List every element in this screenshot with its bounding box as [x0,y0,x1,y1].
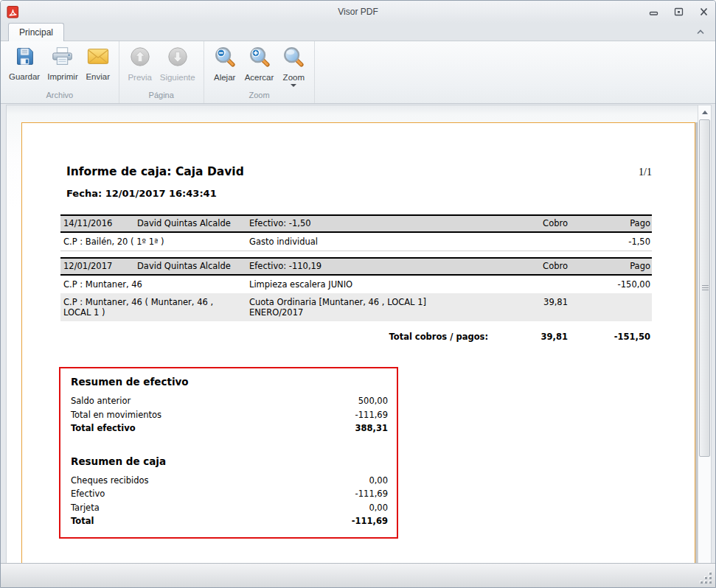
cell-cobro [501,237,568,247]
section-efectivo: Efectivo: -1,50 [249,218,501,228]
summary-row: Total -111,69 [71,514,388,528]
totals-pago: -151,50 [568,332,650,342]
window-title: Visor PDF [1,7,715,17]
zoom-out-label: Alejar [214,73,235,82]
group-label-pagina: Página [149,91,174,102]
zoom-dropdown-button[interactable]: Zoom [277,43,310,88]
collapse-ribbon-icon[interactable] [695,27,706,37]
section-efectivo: Efectivo: -110,19 [249,261,501,271]
cell-pago [568,297,650,318]
table-row: C.P : Muntaner, 46 ( Muntaner, 46 , LOCA… [60,293,652,321]
report-title: Informe de caja: Caja David [66,165,639,178]
summary-row: Tarjeta 0,00 [71,501,388,515]
vertical-scrollbar[interactable] [698,105,711,564]
summary-value: 0,00 [369,501,388,515]
table-row: C.P : Muntaner, 46 Limpieza escalera JUN… [60,276,652,293]
summary-value: 500,00 [358,394,388,408]
group-label-archivo: Archivo [46,91,74,102]
summary-row: Cheques recibidos 0,00 [71,474,388,488]
movements-table: 14/11/2016 David Quintas Alcalde Efectiv… [60,214,652,345]
minimize-icon[interactable] [647,6,659,18]
col-header-pago: Pago [568,261,650,271]
cell-concept: C.P : Muntaner, 46 ( Muntaner, 46 , LOCA… [63,297,249,318]
summary-value: 388,31 [355,421,388,435]
printer-icon [52,46,73,69]
cell-concept: C.P : Muntaner, 46 [63,279,249,290]
summary-value: -111,69 [355,408,388,422]
summary-row: Total efectivo 388,31 [71,421,388,435]
cell-description: Gasto individual [249,237,501,247]
print-button[interactable]: Imprimir [44,43,82,82]
save-icon [14,46,35,69]
cell-cobro: 39,81 [501,297,568,318]
ribbon-group-pagina: Previa Siguiente Página [119,41,204,103]
page-indicator: 1/1 [639,167,652,178]
chevron-down-icon [291,84,296,87]
section-header: 12/01/2017 David Quintas Alcalde Efectiv… [60,257,652,276]
zoom-out-button[interactable]: Alejar [209,43,241,83]
summary-heading-caja: Resumen de caja [71,455,388,467]
col-header-cobro: Cobro [501,218,568,228]
section-user: David Quintas Alcalde [137,261,249,271]
section-date: 12/01/2017 [63,261,137,271]
close-icon[interactable] [698,6,709,18]
cell-description: Limpieza escalera JUNIO [249,279,501,290]
previous-page-button[interactable]: Previa [124,43,156,83]
tab-principal[interactable]: Principal [8,23,64,41]
ribbon-empty-area [315,41,715,103]
arrow-down-circle-icon [167,46,189,70]
totals-cobro: 39,81 [501,332,568,342]
summary-box: Resumen de efectivo Saldo anterior 500,0… [59,367,398,539]
titlebar[interactable]: Visor PDF [1,1,715,23]
summary-row: Saldo anterior 500,00 [71,394,388,408]
scrollbar-thumb[interactable] [699,119,710,457]
col-header-pago: Pago [568,218,650,228]
cell-pago: -1,50 [568,237,650,247]
summary-label: Total en movimientos [71,408,355,422]
previous-label: Previa [128,73,152,82]
save-button[interactable]: Guardar [5,43,44,82]
arrow-up-circle-icon [129,46,151,70]
totals-label: Total cobros / pagos: [63,332,501,342]
pdf-page: Informe de caja: Caja David 1/1 Fecha: 1… [21,122,695,564]
report: Informe de caja: Caja David 1/1 Fecha: 1… [22,123,695,539]
cell-pago: -150,00 [568,279,650,290]
ribbon-group-zoom: Alejar [204,41,316,103]
cell-description: Cuota Ordinaria [Muntaner, 46 , LOCAL 1]… [249,297,501,318]
resize-grip[interactable] [701,573,712,584]
summary-label: Efectivo [71,487,355,501]
summary-label: Total efectivo [71,421,355,435]
scroll-up-icon[interactable] [698,108,711,117]
cell-concept: C.P : Bailén, 20 ( 1º 1ª ) [63,237,249,247]
col-header-cobro: Cobro [501,261,568,271]
ribbon-group-archivo: Guardar [1,41,119,103]
totals-row: Total cobros / pagos: 39,81 -151,50 [60,329,652,345]
send-label: Enviar [86,72,110,81]
email-icon [87,46,109,69]
summary-row: Total en movimientos -111,69 [71,408,388,422]
print-label: Imprimir [47,72,78,81]
section-user: David Quintas Alcalde [137,218,249,228]
summary-value: -111,69 [355,487,388,501]
group-label-zoom: Zoom [248,91,269,102]
summary-label: Cheques recibidos [71,474,369,488]
next-page-button[interactable]: Siguiente [156,43,199,83]
section-header: 14/11/2016 David Quintas Alcalde Efectiv… [60,214,652,233]
status-bar [1,563,715,587]
summary-value: 0,00 [369,474,388,488]
send-button[interactable]: Enviar [82,43,114,82]
document-viewport[interactable]: Informe de caja: Caja David 1/1 Fecha: 1… [6,105,712,564]
section-date: 14/11/2016 [63,218,137,228]
maximize-icon[interactable] [672,6,684,18]
summary-label: Saldo anterior [71,394,358,408]
save-label: Guardar [9,72,40,81]
summary-value: -111,69 [352,514,388,528]
cell-cobro [501,279,568,290]
summary-heading-efectivo: Resumen de efectivo [71,376,388,388]
zoom-label: Zoom [283,73,305,82]
zoom-icon [282,46,305,70]
zoom-in-icon [248,46,271,70]
summary-label: Total [71,514,352,528]
zoom-in-label: Acercar [245,73,274,82]
zoom-in-button[interactable]: Acercar [241,43,278,83]
